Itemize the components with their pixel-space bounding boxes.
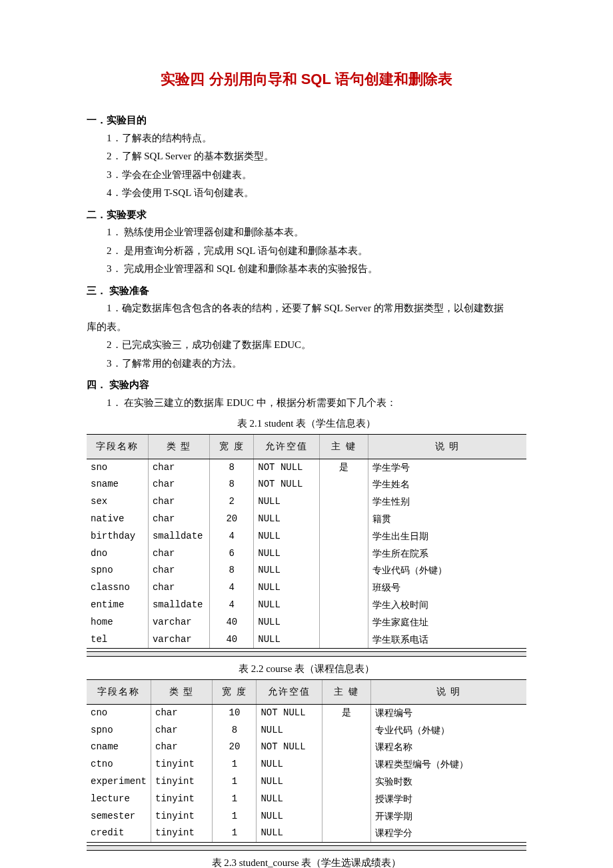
cell-null: NOT NULL [257,739,322,756]
cell-null: NULL [254,631,320,649]
cell-width: 10 [213,704,257,721]
th-pk: 主 键 [322,679,371,704]
table-row: classnochar4NULL班级号 [87,579,526,597]
cell-null: NOT NULL [254,476,320,493]
cell-null: NULL [257,773,322,791]
cell-desc: 专业代码（外键） [368,562,526,579]
cell-field: classno [87,579,148,597]
cell-type: tinyint [151,773,213,791]
cell-desc: 学生出生日期 [368,528,526,545]
table-row: semestertinyint1NULL开课学期 [87,808,526,825]
cell-width: 40 [210,614,254,631]
cell-desc: 学生性别 [368,493,526,511]
table-header-row: 字段名称 类 型 宽 度 允许空值 主 键 说 明 [87,679,526,704]
cell-type: tinyint [151,808,213,825]
section-1-heading: 一．实验目的 [87,111,526,129]
cell-type: char [148,493,209,511]
section-4-heading: 四． 实验内容 [87,376,526,393]
cell-field: sex [87,493,148,511]
cell-field: home [87,614,148,631]
cell-pk [320,614,368,631]
cell-null: NOT NULL [254,459,320,476]
table-3-caption: 表 2.3 student_course 表（学生选课成绩表） [87,855,526,868]
th-null: 允许空值 [257,679,322,704]
section-3-item: 3．了解常用的创建表的方法。 [87,355,526,373]
cell-pk [320,579,368,597]
cell-pk [322,791,371,808]
th-field: 字段名称 [87,679,151,704]
table-spacer [87,651,526,657]
cell-desc: 班级号 [368,579,526,597]
cell-null: NULL [257,756,322,773]
cell-null: NULL [254,511,320,528]
cell-width: 1 [213,773,257,791]
section-3-para-cont: 库的表。 [87,319,526,336]
cell-width: 8 [213,722,257,739]
cell-width: 40 [210,631,254,649]
cell-width: 8 [210,562,254,579]
cell-width: 20 [210,511,254,528]
cell-type: char [151,722,213,739]
cell-type: char [148,562,209,579]
cell-null: NULL [254,614,320,631]
cell-width: 4 [210,597,254,614]
cell-field: lecture [87,791,151,808]
cell-type: char [148,545,209,563]
section-2-heading: 二．实验要求 [87,206,526,223]
section-3-heading: 三． 实验准备 [87,282,526,299]
th-null: 允许空值 [254,434,320,459]
cell-width: 6 [210,545,254,563]
cell-field: credit [87,825,151,842]
cell-desc: 授课学时 [371,791,527,808]
table-2-caption: 表 2.2 course 表（课程信息表） [87,661,526,678]
table-row: cnochar10NOT NULL是课程编号 [87,704,526,721]
cell-null: NULL [254,493,320,511]
cell-type: varchar [148,631,209,649]
table-row: nativechar20NULL籍贯 [87,511,526,528]
cell-desc: 课程名称 [371,739,527,756]
cell-type: tinyint [151,756,213,773]
cell-desc: 学生所在院系 [368,545,526,563]
cell-field: semester [87,808,151,825]
cell-pk [320,511,368,528]
student-table: 字段名称 类 型 宽 度 允许空值 主 键 说 明 snochar8NOT NU… [87,434,526,649]
cell-pk [320,528,368,545]
table-row: lecturetinyint1NULL授课学时 [87,791,526,808]
cell-field: experiment [87,773,151,791]
cell-field: native [87,511,148,528]
section-1-item: 4．学会使用 T-SQL 语句创建表。 [87,185,526,202]
cell-width: 20 [213,739,257,756]
section-4-intro: 1． 在实验三建立的数据库 EDUC 中，根据分析需要如下几个表： [87,395,526,412]
th-desc: 说 明 [371,679,527,704]
cell-pk [320,631,368,649]
cell-width: 1 [213,808,257,825]
section-2-item: 2． 是用查询分析器，完成用 SQL 语句创建和删除基本表。 [87,243,526,260]
cell-desc: 学生入校时间 [368,597,526,614]
cell-field: spno [87,722,151,739]
th-field: 字段名称 [87,434,148,459]
cell-width: 2 [210,493,254,511]
cell-width: 4 [210,528,254,545]
cell-width: 1 [213,825,257,842]
table-row: entimesmalldate4NULL学生入校时间 [87,597,526,614]
th-type: 类 型 [148,434,209,459]
cell-field: sname [87,476,148,493]
cell-type: char [151,739,213,756]
cell-null: NULL [254,562,320,579]
table-row: cnamechar20NOT NULL课程名称 [87,739,526,756]
cell-pk [320,545,368,563]
table-spacer [87,845,526,851]
table-row: homevarchar40NULL学生家庭住址 [87,614,526,631]
cell-pk: 是 [322,704,371,721]
cell-null: NULL [257,808,322,825]
table-row: spnochar8NULL专业代码（外键） [87,562,526,579]
cell-field: cno [87,704,151,721]
cell-null: NOT NULL [257,704,322,721]
cell-pk [322,756,371,773]
table-row: spnochar8NULL专业代码（外键） [87,722,526,739]
cell-type: smalldate [148,597,209,614]
th-type: 类 型 [151,679,213,704]
cell-type: char [151,704,213,721]
table-header-row: 字段名称 类 型 宽 度 允许空值 主 键 说 明 [87,434,526,459]
cell-field: tel [87,631,148,649]
